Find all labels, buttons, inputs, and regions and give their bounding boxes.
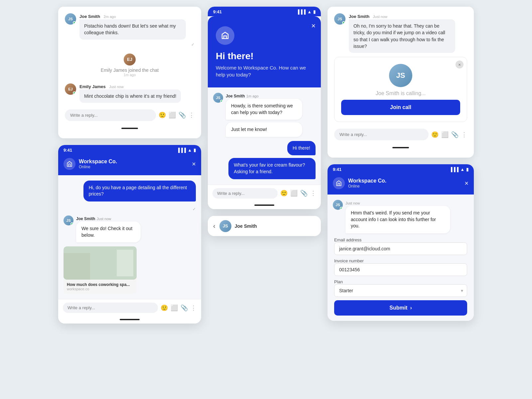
more-icon[interactable]: ⋮ bbox=[461, 131, 467, 138]
avatar-joe: JS bbox=[334, 13, 345, 25]
user-bubble-hi: Hi there! bbox=[287, 141, 316, 156]
mobile-widget-center-top: 9:41 ▐▐▐ ▲ ▮ × Hi there! Welcome to Work… bbox=[208, 7, 321, 209]
submit-button[interactable]: Submit › bbox=[334, 300, 467, 316]
mobile-body: Hi, do you have a page detailing all the… bbox=[58, 175, 201, 299]
online-indicator bbox=[73, 91, 76, 94]
image-icon[interactable]: ⬜ bbox=[171, 304, 178, 312]
emily-bubble: Mint chocolate chip is where it's at my … bbox=[79, 89, 181, 103]
invoice-input[interactable] bbox=[334, 263, 467, 276]
system-text: Emily James joined the chat bbox=[101, 67, 159, 73]
preview-image bbox=[64, 246, 137, 280]
mobile-status-bar: 9:41 ▐▐▐ ▲ ▮ bbox=[58, 145, 201, 155]
more-icon[interactable]: ⋮ bbox=[310, 190, 316, 197]
link-preview[interactable]: How much does coworking spa... workspace… bbox=[64, 246, 137, 294]
desktop-chat-right: JS Joe Smith Just now Oh no, I'm sorry t… bbox=[328, 7, 474, 158]
reply-input-right[interactable] bbox=[334, 129, 429, 140]
mobile-header: Workspace Co. Online × bbox=[58, 155, 201, 175]
agent-name: Joe Smith bbox=[76, 216, 95, 221]
message-row: JS Joe Smith 2m ago Pistachio hands down… bbox=[65, 13, 195, 40]
attach-icon[interactable]: 📎 bbox=[451, 131, 459, 138]
mobile-widget-right: 9:41 ▐▐▐ ▲ ▮ Workspace Co. Online bbox=[328, 164, 474, 321]
bottom-nav: ‹ JS Joe Smith bbox=[208, 216, 321, 236]
home-bar bbox=[58, 316, 201, 324]
emoji-icon[interactable]: 🙂 bbox=[431, 131, 439, 138]
submit-label: Submit bbox=[389, 305, 407, 311]
reply-input[interactable] bbox=[65, 109, 156, 121]
agent-avatar: JS bbox=[213, 93, 223, 103]
join-call-button[interactable]: Join call bbox=[341, 100, 460, 115]
agent-bubble1: Howdy, is there something we can help yo… bbox=[226, 99, 302, 120]
image-icon[interactable]: ⬜ bbox=[290, 190, 298, 197]
widget-title: Workspace Co. bbox=[348, 178, 386, 184]
signal-icon: ▐▐▐ bbox=[449, 167, 459, 172]
avatar: JS bbox=[65, 13, 76, 25]
welcome-close-button[interactable]: × bbox=[311, 22, 316, 30]
agent-bubble-right: Hmm that's weird. If you send me your ac… bbox=[345, 206, 450, 233]
plan-select-wrapper: Starter Professional Enterprise ▾ bbox=[334, 284, 467, 297]
battery-icon: ▮ bbox=[194, 148, 196, 153]
online-dot bbox=[220, 100, 223, 103]
back-button[interactable]: ‹ bbox=[213, 222, 215, 230]
reply-input-mobile[interactable] bbox=[63, 303, 158, 313]
widget-status: Online bbox=[348, 184, 386, 189]
signal-icon: ▐▐▐ bbox=[177, 148, 186, 153]
attach-icon[interactable]: 📎 bbox=[179, 111, 186, 119]
agent-message: Oh no, I'm sorry to hear that. They can … bbox=[349, 19, 455, 53]
mobile-input-bar: 🙂 ⬜ 📎 ⋮ bbox=[58, 299, 201, 316]
image-icon[interactable]: ⬜ bbox=[441, 131, 449, 138]
mobile-widget-center-bottom: ‹ JS Joe Smith bbox=[208, 216, 321, 236]
invoice-label: Invoice number bbox=[334, 258, 467, 263]
mobile-header-left: Workspace Co. Online bbox=[333, 177, 386, 189]
signal-icon: ▐▐▐ bbox=[296, 9, 306, 14]
message-row-joe: JS Joe Smith Just now Oh no, I'm sorry t… bbox=[334, 13, 467, 53]
mobile-header-left: Workspace Co. Online bbox=[64, 158, 117, 170]
wifi-icon: ▲ bbox=[188, 148, 192, 153]
reply-input-mobile2[interactable] bbox=[212, 188, 278, 199]
system-avatar: EJ bbox=[124, 54, 136, 66]
more-icon[interactable]: ⋮ bbox=[189, 111, 195, 119]
emoji-icon[interactable]: 🙂 bbox=[159, 111, 166, 119]
time: 9:41 bbox=[333, 167, 341, 172]
more-icon[interactable]: ⋮ bbox=[191, 304, 197, 312]
sender-name-emily: Emily James bbox=[79, 84, 106, 89]
time: 9:41 bbox=[213, 9, 222, 14]
battery-icon: ▮ bbox=[313, 9, 316, 14]
plan-label: Plan bbox=[334, 279, 467, 284]
system-event: EJ Emily James joined the chat 1m ago bbox=[65, 54, 195, 77]
close-button[interactable]: × bbox=[192, 161, 196, 167]
agent-row: JS Joe Smith 1m ago Howdy, is there some… bbox=[213, 93, 316, 137]
plan-select[interactable]: Starter Professional Enterprise bbox=[334, 284, 467, 297]
calling-avatar: JS bbox=[389, 64, 412, 87]
emoji-icon[interactable]: 🙂 bbox=[280, 190, 288, 197]
battery-icon: ▮ bbox=[466, 167, 468, 172]
close-button[interactable]: × bbox=[465, 180, 468, 187]
convo-body: JS Joe Smith 1m ago Howdy, is there some… bbox=[208, 87, 321, 185]
attach-icon[interactable]: 📎 bbox=[181, 304, 188, 312]
brand-logo bbox=[333, 177, 345, 189]
attach-icon[interactable]: 📎 bbox=[300, 190, 308, 197]
message-row-emily: EJ Emily James Just now Mint chocolate c… bbox=[65, 83, 195, 103]
nav-agent-name: Joe Smith bbox=[235, 223, 257, 229]
mobile-header-right: Workspace Co. Online × bbox=[328, 174, 474, 195]
emoji-icon[interactable]: 🙂 bbox=[161, 304, 168, 312]
welcome-subtitle: Welcome to Workspace Co. How can we help… bbox=[216, 64, 313, 78]
online-dot bbox=[70, 222, 73, 225]
sender-time: 2m ago bbox=[104, 15, 116, 19]
calling-name: Joe Smith is calling... bbox=[376, 90, 426, 96]
email-input[interactable] bbox=[334, 242, 467, 255]
calling-close-button[interactable]: × bbox=[456, 61, 464, 68]
status-icons: ▐▐▐ ▲ ▮ bbox=[449, 167, 468, 172]
image-icon[interactable]: ⬜ bbox=[169, 111, 176, 119]
link-title: How much does coworking spa... bbox=[67, 282, 133, 287]
link-url: workspace.co bbox=[67, 287, 133, 291]
widget-title: Workspace Co. bbox=[79, 159, 117, 165]
email-label: Email address bbox=[334, 237, 467, 242]
wifi-icon: ▲ bbox=[460, 167, 465, 172]
widget-status: Online bbox=[79, 165, 117, 169]
message-bubble: Pistachio hands down! But let's see what… bbox=[79, 19, 186, 40]
nav-agent-info: JS Joe Smith bbox=[219, 220, 257, 232]
form-section: Email address Invoice number Plan Starte… bbox=[333, 237, 468, 316]
welcome-title: Hi there! bbox=[216, 51, 313, 62]
agent-row: JS Joe Smith Just now We sure do! Check … bbox=[64, 215, 196, 242]
home-bar bbox=[65, 125, 195, 132]
